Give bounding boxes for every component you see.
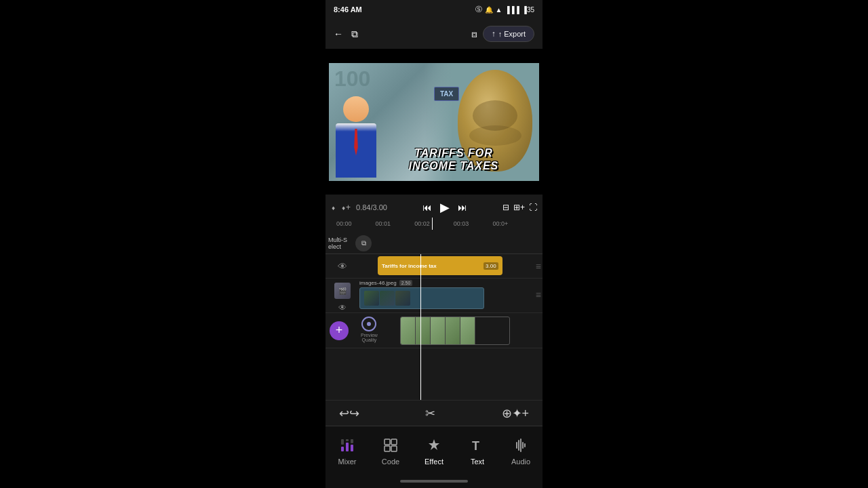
video-track-label-row: images-46.jpeg 2.50 xyxy=(359,280,542,286)
signal-icon: Ⓢ xyxy=(475,5,482,14)
battery-icon: ▐35 xyxy=(522,6,534,14)
svg-rect-0 xyxy=(341,447,344,451)
status-bar: 8:46 AM Ⓢ 🔔 ▲ ▐▐▐ ▐35 xyxy=(326,0,542,19)
video-title-text: TARIFFS FORINCOME TAXES xyxy=(370,146,538,172)
image-track-content: PreviewQuality xyxy=(359,314,542,348)
compare-button[interactable]: ⧈ xyxy=(471,28,477,40)
copy-button[interactable]: ⊕ xyxy=(502,406,512,421)
nav-audio[interactable]: Audio xyxy=(499,432,542,470)
nav-code-label: Code xyxy=(382,458,399,466)
playback-center: ⏮ ▶ ⏭ xyxy=(422,200,467,215)
scissors-button[interactable]: ✂ xyxy=(425,406,435,421)
add-track-button[interactable]: + xyxy=(330,321,349,340)
svg-rect-5 xyxy=(351,439,353,443)
nav-audio-label: Audio xyxy=(511,458,530,466)
bottom-nav: Mixer Code Effect xyxy=(326,426,542,474)
image-clip-frames xyxy=(401,317,475,344)
nav-text[interactable]: T Text xyxy=(456,432,499,470)
timeline-ruler: 00:00 00:01 00:02 00:03 00:0+ xyxy=(331,218,537,230)
more-button[interactable]: ✦+ xyxy=(512,406,530,421)
frame-1 xyxy=(401,317,416,344)
playback-section: ⬧ ⬧+ 0.84/3.00 ⏮ ▶ ⏭ ⊟ ⊞+ ⛶ 00:00 00:01 … xyxy=(326,195,542,232)
export-icon: ↑ xyxy=(492,29,496,39)
nav-code[interactable]: Code xyxy=(369,432,412,470)
home-bar xyxy=(400,480,468,483)
redo-button[interactable]: ↪ xyxy=(349,406,359,421)
svg-rect-6 xyxy=(384,439,390,445)
export-button[interactable]: ↑ ↑ Export xyxy=(483,26,534,42)
video-clip-filename: images-46.jpeg xyxy=(359,280,397,286)
keyframe-add-icon: ⬧+ xyxy=(341,203,351,212)
video-thumb-3 xyxy=(395,291,410,306)
code-icon xyxy=(381,436,400,455)
text-clip[interactable]: Tariffs for income tax 3.00 xyxy=(378,256,502,275)
multi-select-button[interactable]: ⧉ xyxy=(355,235,372,251)
fullscreen-button[interactable]: ⛶ xyxy=(529,203,537,212)
playback-right: ⊟ ⊞+ ⛶ xyxy=(502,203,537,212)
ruler-mark-0: 00:00 xyxy=(336,220,376,227)
video-track-thumb: 🎬 xyxy=(334,283,351,299)
text-track-controls: 👁 xyxy=(326,261,359,272)
video-preview: 100 xyxy=(329,63,539,181)
text-clip-duration: 3.00 xyxy=(484,262,498,270)
frame-5 xyxy=(460,317,475,344)
effect-icon xyxy=(425,436,443,455)
video-track-handle: ≡ xyxy=(536,289,541,301)
ruler-mark-4: 00:0+ xyxy=(492,220,532,227)
layers-button[interactable]: ⧉ xyxy=(351,28,358,40)
storyboard-button[interactable]: ⊟ xyxy=(502,203,509,212)
drag-handle-icon: ≡ xyxy=(536,261,541,272)
toolbar-right: ⧈ ↑ ↑ Export xyxy=(471,26,534,42)
keyframe-icon: ⬧ xyxy=(331,203,336,212)
toolbar-left: ← ⧉ xyxy=(334,28,358,40)
image-track-row: + PreviewQuality xyxy=(326,313,542,348)
ruler-marks: 00:00 00:01 00:02 00:03 00:0+ xyxy=(336,220,532,227)
nav-effect[interactable]: Effect xyxy=(412,432,456,470)
network-icon: ▐▐▐ xyxy=(505,6,519,14)
timeline-tracks: 👁 Tariffs for income tax 3.00 ≡ 🎬 👁 xyxy=(326,254,542,400)
playhead-line xyxy=(432,218,433,230)
preview-quality-button[interactable]: PreviewQuality xyxy=(361,317,378,343)
svg-rect-4 xyxy=(351,445,353,451)
add-media-button[interactable]: ⊞+ xyxy=(513,203,525,212)
undo-button[interactable]: ↩ xyxy=(339,406,349,421)
skip-back-button[interactable]: ⏮ xyxy=(422,202,432,213)
video-preview-area: 100 xyxy=(326,49,542,195)
time-display: 0.84/3.00 xyxy=(356,203,387,211)
multi-select-label: Multi-Select xyxy=(328,237,355,250)
text-track-row: 👁 Tariffs for income tax 3.00 ≡ xyxy=(326,254,542,279)
home-indicator xyxy=(326,474,542,488)
svg-rect-3 xyxy=(346,439,349,441)
video-track-visibility[interactable]: 👁 xyxy=(338,303,347,312)
text-track-content: Tariffs for income tax 3.00 ≡ xyxy=(359,254,542,278)
skip-forward-button[interactable]: ⏭ xyxy=(458,202,467,213)
play-button[interactable]: ▶ xyxy=(440,200,450,215)
nav-mixer-label: Mixer xyxy=(338,458,357,466)
drag-handle-icon-2: ≡ xyxy=(536,289,541,300)
svg-rect-7 xyxy=(391,439,397,445)
wifi-icon: ▲ xyxy=(496,6,502,14)
status-icons: Ⓢ 🔔 ▲ ▐▐▐ ▐35 xyxy=(475,5,534,14)
video-thumbnails xyxy=(363,290,412,306)
video-clip[interactable] xyxy=(359,287,484,309)
ruler-mark-2: 00:02 xyxy=(414,220,454,227)
back-button[interactable]: ← xyxy=(334,28,343,39)
svg-rect-2 xyxy=(346,443,349,451)
playback-controls: ⬧ ⬧+ 0.84/3.00 ⏮ ▶ ⏭ ⊟ ⊞+ ⛶ xyxy=(331,197,537,218)
video-track-row: 🎬 👁 images-46.jpeg 2.50 xyxy=(326,279,542,313)
image-clip[interactable] xyxy=(400,317,510,345)
svg-rect-1 xyxy=(341,439,344,445)
text-clip-label: Tariffs for income tax xyxy=(382,263,437,269)
svg-rect-8 xyxy=(384,446,390,451)
text-track-visibility[interactable]: 👁 xyxy=(338,261,347,272)
nav-text-label: Text xyxy=(471,458,484,466)
video-thumb-2 xyxy=(380,291,395,306)
video-track-controls: 🎬 👁 xyxy=(326,280,359,312)
playback-left: ⬧ ⬧+ 0.84/3.00 xyxy=(331,203,387,212)
ruler-mark-1: 00:01 xyxy=(376,220,415,227)
nav-mixer[interactable]: Mixer xyxy=(326,432,369,470)
no-disturb-icon: 🔔 xyxy=(485,6,493,14)
video-thumb-1 xyxy=(364,291,379,306)
text-track-handle: ≡ xyxy=(536,260,541,272)
frame-3 xyxy=(431,317,446,344)
